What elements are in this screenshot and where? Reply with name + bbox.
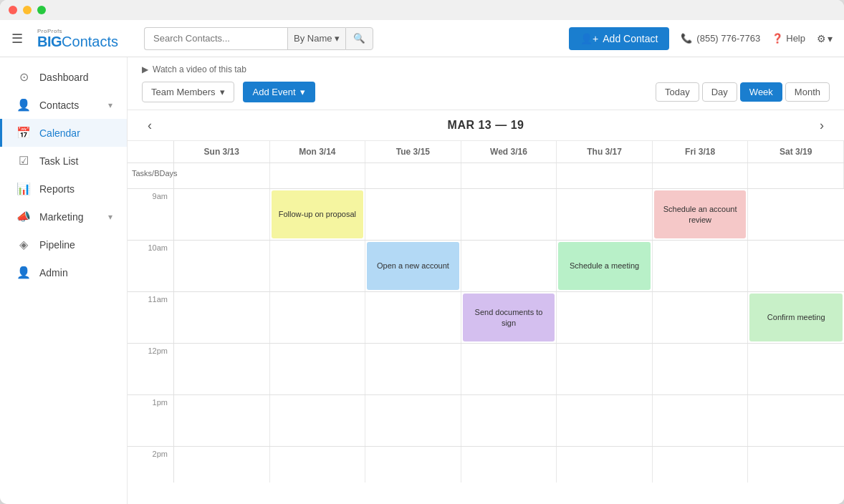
sidebar-item-calendar[interactable]: 📅 Calendar [0,119,127,147]
cell-11am-thu[interactable] [557,292,653,343]
phone-icon: 📞 [681,33,692,44]
add-event-label: Add Event [253,87,296,97]
view-today-button[interactable]: Today [656,82,699,102]
cell-10am-fri[interactable] [653,241,749,291]
cell-11am-tue[interactable] [365,292,461,343]
watch-video-label: Watch a video of this tab [153,64,246,74]
cell-1pm-sun[interactable] [174,395,270,446]
cell-10am-wed[interactable] [461,241,557,291]
tasks-tue [365,163,461,188]
time-row-11am: 11am Send documents to sign [128,292,844,344]
sidebar-item-dashboard[interactable]: ⊙ Dashboard [0,63,127,91]
event-account-review[interactable]: Schedule an account review [654,190,747,238]
sidebar-item-contacts[interactable]: 👤 Contacts ▾ [0,91,127,119]
settings-chevron: ▾ [828,33,833,44]
cell-1pm-wed[interactable] [461,395,557,446]
calendar-area: ‹ MAR 13 — 19 › Sun 3/13 Mon 3/14 Tue 3/… [128,110,844,504]
watch-video-link[interactable]: ▶ Watch a video of this tab [142,64,830,74]
logo: ProProfs BIGContacts [37,29,118,49]
view-month-button[interactable]: Month [785,82,830,102]
team-members-label: Team Members [151,87,216,97]
cell-11am-sun[interactable] [174,292,270,343]
event-open-account[interactable]: Open a new account [367,242,459,290]
event-schedule-meeting[interactable]: Schedule a meeting [558,242,651,290]
chevron-down-icon: ▾ [220,87,225,97]
cell-2pm-wed[interactable] [461,447,557,483]
cell-9am-mon[interactable]: Follow-up on proposal [270,189,366,240]
marketing-icon: 📣 [16,210,31,223]
cell-12pm-fri[interactable] [653,344,749,394]
search-input[interactable] [144,27,287,50]
cell-2pm-tue[interactable] [365,447,461,483]
cell-1pm-sat[interactable] [748,395,844,446]
cell-10am-mon[interactable] [270,241,366,291]
cell-12pm-sun[interactable] [174,344,270,394]
cell-12pm-sat[interactable] [748,344,844,394]
tasks-wed [461,163,557,188]
search-button[interactable]: 🔍 [345,27,373,50]
sidebar-label-calendar: Calendar [39,127,80,139]
view-week-button[interactable]: Week [740,82,782,102]
cell-12pm-thu[interactable] [557,344,653,394]
settings-area[interactable]: ⚙ ▾ [817,33,833,44]
search-filter-dropdown[interactable]: By Name ▾ [287,27,345,50]
team-members-button[interactable]: Team Members ▾ [142,82,234,102]
cell-2pm-sat[interactable] [748,447,844,483]
cell-2pm-sun[interactable] [174,447,270,483]
sidebar-item-reports[interactable]: 📊 Reports [0,175,127,203]
cell-1pm-tue[interactable] [365,395,461,446]
next-week-button[interactable]: › [814,115,830,136]
cell-2pm-mon[interactable] [270,447,366,483]
fullscreen-dot[interactable] [37,6,46,14]
tasks-label: Tasks/BDays [128,163,174,188]
cell-9am-wed[interactable] [461,189,557,240]
phone-number: (855) 776-7763 [696,33,760,44]
cell-9am-thu[interactable] [557,189,653,240]
prev-week-button[interactable]: ‹ [142,115,158,136]
sidebar-item-pipeline[interactable]: ◈ Pipeline [0,231,127,258]
cell-11am-wed[interactable]: Send documents to sign [461,292,557,343]
cell-10am-sat[interactable] [748,241,844,291]
cell-2pm-thu[interactable] [557,447,653,483]
logo-big: BIG [37,34,62,49]
cell-9am-sun[interactable] [174,189,270,240]
cell-9am-sat[interactable] [748,189,844,240]
add-event-button[interactable]: Add Event ▾ [243,82,315,102]
cell-1pm-mon[interactable] [270,395,366,446]
cell-10am-sun[interactable] [174,241,270,291]
cell-11am-sat[interactable]: Confirm meeting [748,292,844,343]
cell-10am-thu[interactable]: Schedule a meeting [557,241,653,291]
cell-12pm-wed[interactable] [461,344,557,394]
sidebar-label-marketing: Marketing [39,211,83,223]
cell-9am-fri[interactable]: Schedule an account review [653,189,749,240]
titlebar [0,0,844,20]
cell-12pm-mon[interactable] [270,344,366,394]
sidebar-item-marketing[interactable]: 📣 Marketing ▾ [0,203,127,231]
close-dot[interactable] [9,6,17,14]
cell-1pm-thu[interactable] [557,395,653,446]
cell-1pm-fri[interactable] [653,395,749,446]
cell-2pm-fri[interactable] [653,447,749,483]
gear-icon: ⚙ [817,33,826,44]
view-day-button[interactable]: Day [702,82,737,102]
minimize-dot[interactable] [23,6,32,14]
cell-10am-tue[interactable]: Open a new account [365,241,461,291]
add-contact-button[interactable]: 👤+ Add Contact [569,27,669,50]
logo-contacts: Contacts [62,34,118,49]
event-send-documents[interactable]: Send documents to sign [463,294,555,341]
app-window: ☰ ProProfs BIGContacts By Name ▾ 🔍 👤+ Ad… [0,0,844,504]
cell-11am-fri[interactable] [653,292,749,343]
sidebar-item-tasklist[interactable]: ☑ Task List [0,147,127,175]
hamburger-icon[interactable]: ☰ [11,31,23,47]
calendar-grid: Sun 3/13 Mon 3/14 Tue 3/15 Wed 3/16 Thu … [128,141,844,483]
add-contact-icon: 👤+ [580,33,598,44]
day-header-sat: Sat 3/19 [748,141,844,163]
cell-12pm-tue[interactable] [365,344,461,394]
event-confirm-meeting[interactable]: Confirm meeting [749,294,843,341]
cell-11am-mon[interactable] [270,292,366,343]
sidebar-item-admin[interactable]: 👤 Admin [0,258,127,286]
cell-9am-tue[interactable] [365,189,461,240]
help-area[interactable]: ❓ Help [772,33,805,44]
event-followup-proposal[interactable]: Follow-up on proposal [272,190,364,238]
sidebar-label-tasklist: Task List [39,155,78,167]
